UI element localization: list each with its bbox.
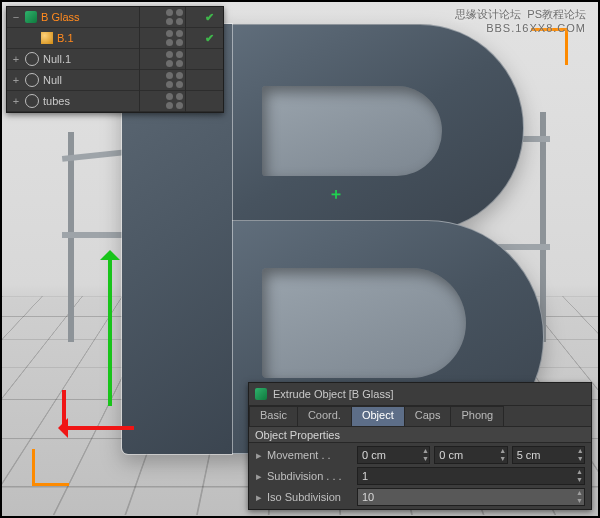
row-subdivision: ▸ Subdivision . . . ▲▼: [255, 467, 585, 485]
object-name[interactable]: tubes: [43, 95, 70, 107]
spin-up-icon[interactable]: ▲: [576, 447, 584, 455]
movement-z-input[interactable]: ▲▼: [512, 446, 585, 464]
spin-down-icon[interactable]: ▼: [576, 455, 584, 463]
expand-toggle[interactable]: −: [11, 11, 21, 23]
attribute-tabs: Basic Coord. Object Caps Phong: [249, 406, 591, 426]
tab-phong[interactable]: Phong: [450, 406, 504, 426]
visibility-flags[interactable]: [153, 9, 195, 25]
tab-coord[interactable]: Coord.: [297, 406, 352, 426]
expand-toggle[interactable]: +: [11, 74, 21, 86]
tab-caps[interactable]: Caps: [404, 406, 452, 426]
axis-y-gizmo[interactable]: [108, 256, 112, 406]
object-row-b-glass[interactable]: − B Glass ✔: [7, 7, 223, 28]
selection-corner-icon: [32, 449, 69, 486]
object-manager-panel[interactable]: − B Glass ✔ B.1 ✔ +: [6, 6, 224, 113]
movement-y-input[interactable]: ▲▼: [434, 446, 507, 464]
attribute-header: Extrude Object [B Glass]: [249, 383, 591, 406]
object-name[interactable]: B Glass: [41, 11, 80, 23]
object-name[interactable]: B.1: [57, 32, 74, 44]
object-row-null1[interactable]: + Null.1: [7, 49, 223, 70]
object-row-b1[interactable]: B.1 ✔: [7, 28, 223, 49]
visibility-flags[interactable]: [153, 30, 195, 46]
null-icon: [25, 52, 39, 66]
section-header: Object Properties: [249, 426, 591, 443]
object-row-null[interactable]: + Null: [7, 70, 223, 91]
b-bottom-hole: [262, 268, 466, 378]
movement-x-input[interactable]: ▲▼: [357, 446, 430, 464]
spin-down-icon[interactable]: ▼: [575, 497, 584, 505]
object-name[interactable]: Null.1: [43, 53, 71, 65]
tab-basic[interactable]: Basic: [249, 406, 298, 426]
spin-up-icon[interactable]: ▲: [575, 468, 584, 476]
expand-toggle[interactable]: +: [11, 95, 21, 107]
watermark-top: 思缘设计论坛 PS教程论坛 BBS.16XX8.COM: [455, 8, 586, 36]
extrude-icon: [25, 11, 37, 23]
visibility-flags[interactable]: [153, 72, 195, 88]
spin-up-icon[interactable]: ▲: [422, 447, 430, 455]
disclosure-icon[interactable]: ▸: [255, 470, 263, 483]
axis-x-gizmo[interactable]: [64, 426, 134, 430]
iso-subdivision-input[interactable]: ▲▼: [357, 488, 585, 506]
attribute-manager-panel[interactable]: Extrude Object [B Glass] Basic Coord. Ob…: [248, 382, 592, 510]
row-movement: ▸ Movement . . ▲▼ ▲▼ ▲▼: [255, 446, 585, 464]
label-subdivision: Subdivision . . .: [267, 470, 353, 482]
spin-down-icon[interactable]: ▼: [575, 476, 584, 484]
label-iso-subdivision: Iso Subdivision: [267, 491, 353, 503]
column-divider: [185, 7, 186, 112]
extrude-icon: [255, 388, 267, 400]
b-top-hole: [262, 86, 442, 176]
disclosure-icon[interactable]: ▸: [255, 491, 263, 504]
attribute-title: Extrude Object [B Glass]: [273, 388, 393, 400]
object-row-tubes[interactable]: + tubes: [7, 91, 223, 112]
null-icon: [25, 94, 39, 108]
spin-down-icon[interactable]: ▼: [422, 455, 430, 463]
spin-up-icon[interactable]: ▲: [575, 489, 584, 497]
spin-down-icon[interactable]: ▼: [499, 455, 507, 463]
scaffold-pole: [540, 112, 546, 342]
spline-icon: [41, 32, 53, 44]
tag-check-icon[interactable]: ✔: [205, 11, 214, 23]
expand-toggle[interactable]: +: [11, 53, 21, 65]
tag-check-icon[interactable]: ✔: [205, 32, 214, 44]
visibility-flags[interactable]: [153, 51, 195, 67]
spin-up-icon[interactable]: ▲: [499, 447, 507, 455]
subdivision-input[interactable]: ▲▼: [357, 467, 585, 485]
disclosure-icon[interactable]: ▸: [255, 449, 263, 462]
row-iso-subdivision: ▸ Iso Subdivision ▲▼: [255, 488, 585, 506]
column-divider: [139, 7, 140, 112]
tab-object[interactable]: Object: [351, 406, 405, 426]
label-movement: Movement . .: [267, 449, 353, 461]
null-icon: [25, 73, 39, 87]
object-name[interactable]: Null: [43, 74, 62, 86]
visibility-flags[interactable]: [153, 93, 195, 109]
